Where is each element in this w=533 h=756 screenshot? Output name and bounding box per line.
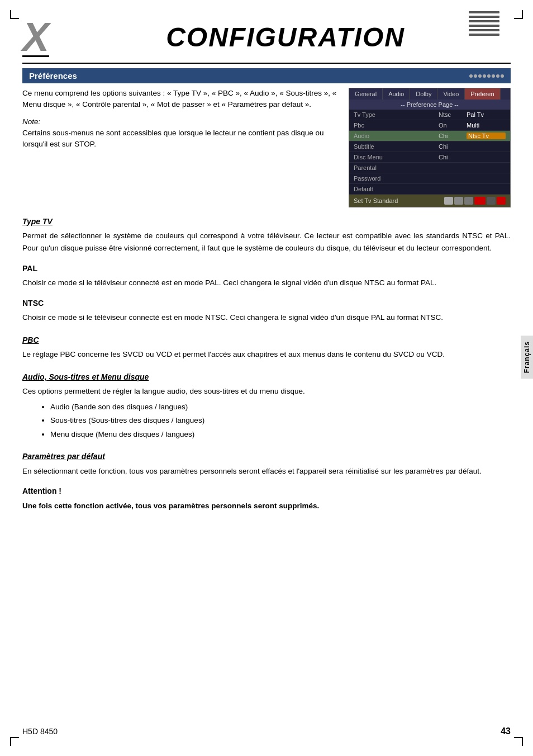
body-typetv: Permet de sélectionner le système de cou… <box>22 230 511 254</box>
intro-text-column: Ce menu comprend les options suivantes :… <box>22 88 337 207</box>
menu-preference-header: -- Preference Page -- <box>349 100 510 110</box>
heading-default-params: Paramètres par défaut <box>22 450 511 462</box>
article-pbc: PBC Le réglage PBC concerne les SVCD ou … <box>0 334 533 361</box>
heading-attention: Attention ! <box>22 485 511 497</box>
section-preferences-bar: Préférences <box>22 68 511 83</box>
article-ntsc: NTSC Choisir ce mode si le téléviseur co… <box>0 297 533 324</box>
body-pal: Choisir ce mode si le téléviseur connect… <box>22 277 511 289</box>
menu-bottom-bar: Set Tv Standard <box>349 195 510 207</box>
page-footer: H5D 8450 43 <box>22 726 511 736</box>
page-header: X CONFIGURATION <box>0 0 533 63</box>
footer-model: H5D 8450 <box>22 727 58 736</box>
nav-icons <box>444 197 506 205</box>
menu-screenshot-panel: General Audio Dolby Video Preferen -- Pr… <box>349 88 511 207</box>
menu-row-default: Default <box>349 184 510 195</box>
menu-row-audio: Audio Chi Ntsc Tv <box>349 131 510 141</box>
menu-row-password: Password <box>349 173 510 184</box>
menu-tabs-row: General Audio Dolby Video Preferen <box>349 88 510 100</box>
list-item-discmenu: Menu disque (Menu des disques / langues) <box>50 428 511 441</box>
menu-row-discmenu: Disc Menu Chi <box>349 152 510 163</box>
list-item-subtitles: Sous-titres (Sous-titres des disques / l… <box>50 414 511 427</box>
audio-subtitles-list: Audio (Bande son des disques / langues) … <box>22 401 511 441</box>
decoration-lines <box>469 11 499 36</box>
article-pal: PAL Choisir ce mode si le téléviseur con… <box>0 262 533 289</box>
footer-page-number: 43 <box>501 726 511 736</box>
heading-audio-subtitles: Audio, Sous-titres et Menu disque <box>22 371 511 383</box>
body-attention: Une fois cette fonction activée, tous vo… <box>22 500 511 512</box>
article-default-params: Paramètres par défaut En sélectionnant c… <box>0 450 533 477</box>
bottom-bar-label: Set Tv Standard <box>354 197 398 204</box>
list-item-audio: Audio (Bande son des disques / langues) <box>50 401 511 413</box>
tab-preferen[interactable]: Preferen <box>465 88 500 100</box>
heading-typetv: Type TV <box>22 215 511 228</box>
tab-general[interactable]: General <box>349 88 383 100</box>
corner-mark-bl <box>10 737 19 746</box>
intro-audio-subtitles: Ces options permettent de régler la lang… <box>22 385 511 398</box>
body-default-params: En sélectionnant cette fonction, tous vo… <box>22 465 511 478</box>
corner-mark-tl <box>10 10 19 19</box>
menu-screenshot: General Audio Dolby Video Preferen -- Pr… <box>349 88 511 207</box>
section-bar-dots <box>469 74 504 78</box>
menu-row-subtitle: Subtitle Chi <box>349 141 510 152</box>
heading-ntsc: NTSC <box>22 297 511 309</box>
heading-pbc: PBC <box>22 334 511 346</box>
section-preferences-label: Préférences <box>29 71 77 81</box>
tab-dolby[interactable]: Dolby <box>410 88 437 100</box>
language-sidebar: Français <box>521 336 533 379</box>
article-audio-subtitles: Audio, Sous-titres et Menu disque Ces op… <box>0 371 533 441</box>
menu-row-tvtype: Tv Type Ntsc Pal Tv <box>349 110 510 120</box>
tab-audio[interactable]: Audio <box>383 88 410 100</box>
main-content-area: Ce menu comprend les options suivantes :… <box>0 88 533 207</box>
body-pbc: Le réglage PBC concerne les SVCD ou VCD … <box>22 348 511 361</box>
note-body: Certains sous-menus ne sont accessibles … <box>22 129 324 148</box>
menu-row-parental: Parental <box>349 163 510 173</box>
article-attention: Attention ! Une fois cette fonction acti… <box>0 485 533 512</box>
article-typetv: Type TV Permet de sélectionner le systèm… <box>0 215 533 254</box>
corner-mark-br <box>514 737 523 746</box>
menu-row-pbc: Pbc On Multi <box>349 120 510 131</box>
logo-x: X <box>22 17 49 57</box>
intro-paragraph1: Ce menu comprend les options suivantes :… <box>22 88 337 111</box>
note-label: Note: <box>22 117 40 126</box>
body-ntsc: Choisir ce mode si le téléviseur connect… <box>22 311 511 324</box>
page-title: CONFIGURATION <box>60 22 511 53</box>
corner-mark-tr <box>514 10 523 19</box>
tab-video[interactable]: Video <box>437 88 465 100</box>
heading-pal: PAL <box>22 262 511 275</box>
header-divider <box>22 63 511 64</box>
